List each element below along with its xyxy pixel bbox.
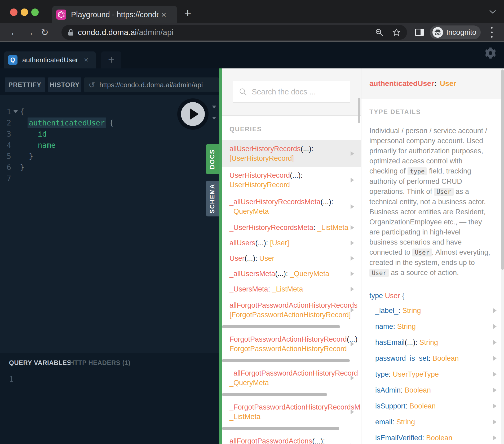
expand-chevron-icon[interactable] — [351, 241, 354, 245]
url-path: /admin/api — [137, 28, 173, 37]
expand-chevron-icon[interactable] — [493, 340, 497, 345]
tab-search-chevron-icon[interactable] — [489, 10, 496, 15]
incognito-label: Incognito — [446, 28, 476, 37]
type-field-row[interactable]: name: String — [369, 319, 498, 334]
expand-chevron-icon[interactable] — [493, 308, 497, 313]
prettify-button[interactable]: PRETTIFY — [5, 77, 45, 92]
docs-search-box[interactable] — [233, 81, 350, 103]
query-list-item[interactable]: allForgotPasswordActions(...):[ForgotPas… — [222, 433, 361, 444]
query-list-item[interactable]: allUsers(...): [User] — [222, 235, 361, 251]
tab-docs[interactable]: DOCS — [206, 144, 219, 174]
browser-tab[interactable]: Playground - https://condo.d.d × — [52, 6, 177, 23]
query-list-item[interactable]: User(...): User — [222, 251, 361, 266]
expand-chevron-icon[interactable] — [493, 436, 497, 440]
expand-chevron-icon[interactable] — [351, 204, 354, 209]
expand-chevron-icon[interactable] — [493, 372, 497, 377]
type-field-row[interactable]: email: String — [369, 414, 498, 430]
browser-tab-title: Playground - https://condo.d.d — [71, 10, 158, 19]
tab-query-variables[interactable]: QUERY VARIABLES — [9, 359, 71, 367]
editor-line[interactable]: 7 — [0, 173, 219, 184]
play-icon — [190, 108, 199, 120]
expand-chevron-icon[interactable] — [493, 324, 497, 329]
docs-column: QUERIES allUserHistoryRecords(...):[User… — [222, 68, 361, 444]
expand-chevron-icon[interactable] — [493, 420, 497, 424]
browser-menu-icon[interactable] — [490, 27, 494, 38]
query-list-item[interactable]: _allForgotPasswordActionHistoryRecord_Qu… — [222, 365, 361, 396]
type-field-row[interactable]: isAdmin: Boolean — [369, 382, 498, 398]
query-editor[interactable]: 1{2 authenticatedUser {3 id4 name5 }6}7 — [0, 95, 219, 353]
execute-query-button[interactable] — [177, 98, 209, 130]
expand-chevron-icon[interactable] — [351, 287, 354, 291]
query-list-item[interactable]: _UserHistoryRecordsMeta: _ListMeta — [222, 220, 361, 235]
type-declaration: type User { — [369, 292, 504, 300]
query-list-item[interactable]: _UsersMeta: _ListMeta — [222, 281, 361, 297]
expand-chevron-icon[interactable] — [351, 256, 354, 261]
expand-chevron-icon[interactable] — [351, 410, 354, 414]
detail-scrollbar[interactable] — [501, 69, 504, 270]
tab-http-headers[interactable]: HTTP HEADERS (1) — [69, 359, 130, 367]
query-list-item[interactable]: _ForgotPasswordActionHistoryRecordsM_Lis… — [222, 399, 361, 430]
minimize-window-button[interactable] — [21, 8, 28, 16]
expand-chevron-icon[interactable] — [351, 178, 354, 182]
query-list-item[interactable]: _allUsersMeta(...): _QueryMeta — [222, 266, 361, 281]
endpoint-input[interactable]: ↺ https://condo.d.doma.ai/admin/api — [84, 77, 219, 92]
expand-chevron-icon[interactable] — [493, 356, 497, 361]
tab-close-icon[interactable]: × — [161, 10, 166, 19]
query-list-item[interactable]: allForgotPasswordActionHistoryRecords[Fo… — [222, 297, 361, 328]
new-tab-button[interactable]: + — [184, 7, 191, 19]
type-field-row[interactable]: _label_: String — [369, 303, 498, 319]
query-badge: Q — [8, 55, 17, 65]
expand-chevron-icon[interactable] — [493, 388, 497, 393]
type-field-row[interactable]: isSupport: Boolean — [369, 398, 498, 414]
search-icon — [239, 87, 247, 96]
bookmark-star-icon[interactable] — [392, 28, 401, 37]
horizontal-scrollbar[interactable] — [222, 325, 340, 328]
editor-line[interactable]: 5 } — [0, 151, 219, 162]
operation-dropdown-icon[interactable] — [212, 106, 216, 108]
history-button[interactable]: HISTORY — [48, 77, 81, 92]
type-field-row[interactable]: hasEmail(...): String — [369, 334, 498, 350]
editor-line[interactable]: 3 id — [0, 128, 219, 140]
reload-button[interactable]: ↻ — [38, 23, 52, 41]
graphql-playground: Q authenticatedUser × + PRETTIFY HISTORY… — [0, 42, 504, 444]
type-field-row[interactable]: type: UserTypeType — [369, 366, 498, 382]
docs-search-input[interactable] — [252, 88, 344, 96]
type-field-row[interactable]: password_is_set: Boolean — [369, 350, 498, 366]
forward-button[interactable]: → — [22, 23, 37, 41]
expand-chevron-icon[interactable] — [493, 404, 497, 408]
detail-type-name[interactable]: User — [440, 79, 456, 88]
expand-chevron-icon[interactable] — [351, 151, 354, 156]
horizontal-scrollbar[interactable] — [222, 393, 327, 396]
expand-chevron-icon[interactable] — [351, 376, 354, 380]
session-tab-authenticateduser[interactable]: Q authenticatedUser × — [4, 51, 96, 68]
horizontal-scrollbar[interactable] — [222, 359, 350, 362]
settings-gear-icon[interactable] — [484, 46, 497, 61]
side-panel-icon[interactable] — [415, 29, 424, 36]
query-list-item[interactable]: ForgotPasswordActionHistoryRecord(...)Fo… — [222, 331, 361, 362]
reset-endpoint-icon[interactable]: ↺ — [89, 80, 95, 90]
fullscreen-window-button[interactable] — [31, 8, 39, 16]
query-list-item[interactable]: allUserHistoryRecords(...):[UserHistoryR… — [222, 140, 361, 167]
session-close-icon[interactable]: × — [84, 56, 88, 64]
back-button[interactable]: ← — [7, 23, 22, 41]
expand-chevron-icon[interactable] — [351, 342, 354, 346]
tab-schema[interactable]: SCHEMA — [206, 181, 219, 216]
editor-line[interactable]: 4 name — [0, 140, 219, 151]
docs-panel-divider[interactable] — [219, 68, 222, 444]
incognito-icon — [432, 27, 443, 38]
expand-chevron-icon[interactable] — [351, 271, 354, 276]
query-list-item[interactable]: _allUserHistoryRecordsMeta(...):_QueryMe… — [222, 193, 361, 220]
type-field-row[interactable]: isEmailVerified: Boolean — [369, 430, 498, 444]
expand-chevron-icon[interactable] — [351, 225, 354, 230]
close-window-button[interactable] — [10, 8, 17, 16]
expand-chevron-icon[interactable] — [351, 308, 354, 312]
zoom-out-icon[interactable] — [375, 28, 383, 36]
editor-line[interactable]: 6} — [0, 162, 219, 173]
new-session-button[interactable]: + — [101, 51, 121, 68]
query-list-item[interactable]: UserHistoryRecord(...):UserHistoryRecord — [222, 167, 361, 193]
address-bar[interactable]: condo.d.doma.ai/admin/api — [61, 25, 407, 40]
operation-dropdown-icon-2[interactable] — [212, 117, 216, 120]
docs-search-band — [222, 68, 361, 116]
horizontal-scrollbar[interactable] — [222, 427, 339, 430]
docs-scrollbar[interactable] — [358, 98, 360, 123]
